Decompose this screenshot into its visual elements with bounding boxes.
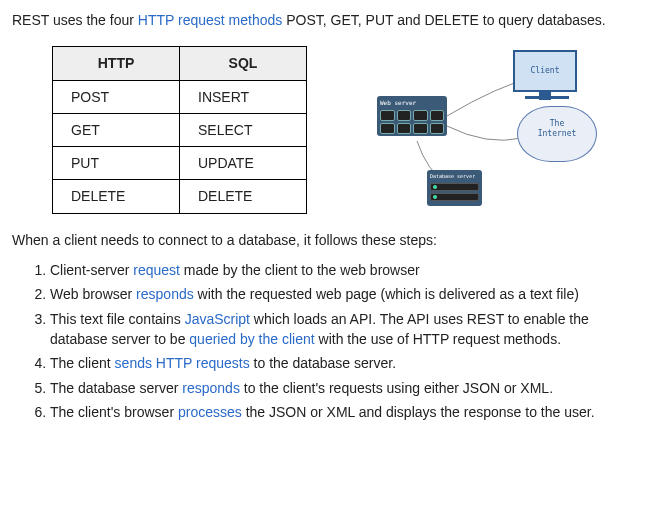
table-row: POSTINSERT: [53, 80, 307, 113]
cloud-icon: The Internet: [517, 106, 597, 162]
network-diagram: Client The Internet Web server Database …: [337, 46, 597, 206]
cell: INSERT: [180, 80, 307, 113]
header-http: HTTP: [53, 47, 180, 80]
intro-text-1: REST uses the four: [12, 12, 138, 28]
responds-link[interactable]: responds: [136, 286, 194, 302]
list-item: The database server responds to the clie…: [50, 378, 638, 398]
content-row: HTTP SQL POSTINSERT GETSELECT PUTUPDATE …: [12, 46, 638, 213]
cell: POST: [53, 80, 180, 113]
steps-list: Client-server request made by the client…: [12, 260, 638, 422]
client-icon: Client: [513, 50, 577, 92]
table-row: DELETEDELETE: [53, 180, 307, 213]
steps-intro: When a client needs to connect to a data…: [12, 230, 638, 250]
intro-paragraph: REST uses the four HTTP request methods …: [12, 10, 638, 30]
client-label: Client: [531, 66, 560, 75]
http-sql-table: HTTP SQL POSTINSERT GETSELECT PUTUPDATE …: [52, 46, 307, 213]
cloud-label-1: The: [550, 119, 564, 128]
list-item: This text file contains JavaScript which…: [50, 309, 638, 350]
monitor-stand: [525, 96, 569, 99]
cell: DELETE: [53, 180, 180, 213]
cell: SELECT: [180, 113, 307, 146]
table-row: PUTUPDATE: [53, 147, 307, 180]
list-item: The client sends HTTP requests to the da…: [50, 353, 638, 373]
cell: UPDATE: [180, 147, 307, 180]
web-server-label: Web server: [380, 99, 444, 108]
cell: PUT: [53, 147, 180, 180]
queried-link[interactable]: queried by the client: [189, 331, 314, 347]
request-link[interactable]: request: [133, 262, 180, 278]
sends-requests-link[interactable]: sends HTTP requests: [115, 355, 250, 371]
list-item: The client's browser processes the JSON …: [50, 402, 638, 422]
intro-text-2: POST, GET, PUT and DELETE to query datab…: [282, 12, 605, 28]
web-server-icon: Web server: [377, 96, 447, 136]
cell: DELETE: [180, 180, 307, 213]
http-methods-link[interactable]: HTTP request methods: [138, 12, 282, 28]
list-item: Client-server request made by the client…: [50, 260, 638, 280]
responds-link-2[interactable]: responds: [182, 380, 240, 396]
db-server-label: Database server: [430, 173, 479, 180]
header-sql: SQL: [180, 47, 307, 80]
table-row: GETSELECT: [53, 113, 307, 146]
database-server-icon: Database server: [427, 170, 482, 206]
cloud-label-2: Internet: [538, 129, 577, 138]
processes-link[interactable]: processes: [178, 404, 242, 420]
cell: GET: [53, 113, 180, 146]
list-item: Web browser responds with the requested …: [50, 284, 638, 304]
javascript-link[interactable]: JavaScript: [185, 311, 250, 327]
